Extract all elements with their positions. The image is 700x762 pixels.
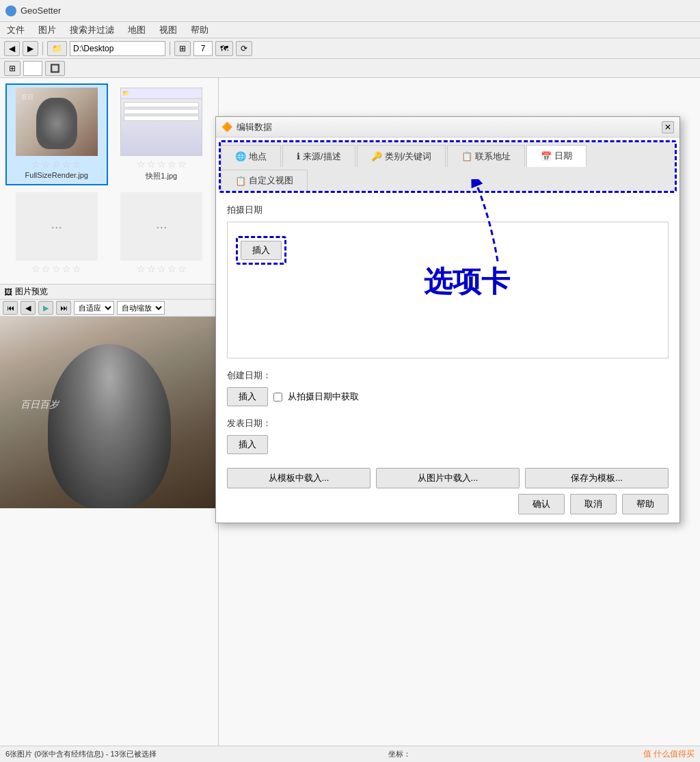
dialog-title-bar: 🔶 编辑数据 ✕ bbox=[216, 117, 679, 137]
tab-source-icon: ℹ bbox=[297, 151, 300, 161]
tab-category-icon: 🔑 bbox=[371, 151, 382, 161]
tab-location-label: 地点 bbox=[249, 150, 267, 163]
tab-location-icon: 🌐 bbox=[235, 151, 246, 161]
zoom-input[interactable] bbox=[193, 41, 213, 56]
status-info: 6张图片 (0张中含有经纬信息) - 13张已被选择 bbox=[5, 749, 157, 759]
dialog-content: 拍摄日期 插入 创建日期： 插入 从拍摄日期中获取 发表 bbox=[216, 193, 679, 465]
menu-map[interactable]: 地图 bbox=[124, 23, 150, 38]
preview-icon: 🖼 bbox=[4, 287, 12, 297]
load-template-button[interactable]: 从模板中载入... bbox=[227, 468, 371, 488]
tab-contact-label: 联系地址 bbox=[475, 150, 511, 163]
create-date-checkbox[interactable] bbox=[273, 393, 282, 402]
tab-source-label: 来源/描述 bbox=[303, 150, 341, 163]
refresh-button[interactable]: ⟳ bbox=[236, 41, 252, 56]
edit-data-dialog: 🔶 编辑数据 ✕ 🌐 地点 ℹ 来源/描述 🔑 bbox=[215, 116, 680, 523]
tab-category[interactable]: 🔑 类别/关键词 bbox=[357, 145, 446, 167]
toolbar2-input[interactable] bbox=[23, 61, 42, 76]
tab-date-icon: 📅 bbox=[541, 151, 552, 161]
file-thumb-1: 百日 bbox=[16, 88, 98, 156]
preview-section: 🖼 图片预览 ⏮ ◀ ▶ ⏭ 自适应 自动缩放 百日百岁 bbox=[0, 284, 218, 508]
file-grid: 百日 ☆☆☆☆☆ FullSizeRender.jpg 📁 bbox=[0, 78, 218, 284]
dialog-close-button[interactable]: ✕ bbox=[662, 121, 674, 133]
preview-controls: ⏮ ◀ ▶ ⏭ 自适应 自动缩放 bbox=[0, 300, 218, 317]
back-button[interactable]: ◀ bbox=[4, 41, 20, 56]
help-button[interactable]: 帮助 bbox=[622, 494, 669, 514]
watermark: 值 什么值得买 bbox=[643, 748, 695, 760]
publish-insert-button[interactable]: 插入 bbox=[227, 435, 268, 454]
tab-source[interactable]: ℹ 来源/描述 bbox=[282, 145, 355, 167]
create-insert-button[interactable]: 插入 bbox=[227, 387, 268, 406]
tab-contact-icon: 📋 bbox=[461, 151, 472, 161]
tab-custom[interactable]: 📋 自定义视图 bbox=[221, 170, 308, 191]
cancel-button[interactable]: 取消 bbox=[570, 494, 617, 514]
publish-date-section: 发表日期： 插入 bbox=[227, 417, 669, 454]
status-bar: 6张图片 (0张中含有经纬信息) - 13张已被选择 坐标： 值 什么值得买 bbox=[0, 746, 700, 762]
status-coordinates: 坐标： bbox=[388, 749, 411, 759]
file-item-1[interactable]: 百日 ☆☆☆☆☆ FullSizeRender.jpg bbox=[5, 83, 108, 185]
tabs-wrapper: 🌐 地点 ℹ 来源/描述 🔑 类别/关键词 📋 联系地址 bbox=[216, 137, 679, 193]
dialog-footer-row2: 确认 取消 帮助 bbox=[216, 494, 679, 523]
fit-select[interactable]: 自适应 bbox=[74, 301, 114, 315]
app-icon bbox=[5, 5, 16, 16]
file-thumb-2: 📁 bbox=[120, 88, 202, 156]
left-panel: 百日 ☆☆☆☆☆ FullSizeRender.jpg 📁 bbox=[0, 78, 219, 746]
toolbar-sep-2 bbox=[170, 42, 170, 55]
app-title: GeoSetter bbox=[21, 5, 61, 16]
shrink-select[interactable]: 自动缩放 bbox=[117, 301, 165, 315]
grid-view-button[interactable]: ⊞ bbox=[174, 41, 191, 56]
tab-category-label: 类别/关键词 bbox=[385, 150, 432, 163]
chinese-overlay: 百日百岁 bbox=[21, 399, 59, 411]
file-stars-2: ☆☆☆☆☆ bbox=[137, 159, 187, 170]
menu-view[interactable]: 视图 bbox=[155, 23, 181, 38]
toolbar2-btn1[interactable]: ⊞ bbox=[4, 61, 21, 76]
ok-button[interactable]: 确认 bbox=[518, 494, 565, 514]
tab-contact[interactable]: 📋 联系地址 bbox=[447, 145, 525, 167]
folder-button[interactable]: 📁 bbox=[47, 41, 67, 56]
file-stars-1: ☆☆☆☆☆ bbox=[31, 159, 81, 170]
coordinates-label: 坐标： bbox=[388, 750, 411, 758]
toolbar2-btn2[interactable]: 🔲 bbox=[45, 61, 65, 76]
tab-date-label: 日期 bbox=[554, 150, 572, 162]
file-thumb-3: ··· bbox=[16, 192, 98, 261]
main-layout: 百日 ☆☆☆☆☆ FullSizeRender.jpg 📁 bbox=[0, 78, 700, 746]
file-stars-3: ☆☆☆☆☆ bbox=[31, 263, 81, 274]
load-image-button[interactable]: 从图片中载入... bbox=[376, 468, 520, 488]
capture-insert-button[interactable]: 插入 bbox=[241, 241, 282, 260]
create-date-checkbox-label: 从拍摄日期中获取 bbox=[288, 391, 359, 403]
dialog-footer-row1: 从模板中载入... 从图片中载入... 保存为模板... bbox=[216, 465, 679, 494]
path-input[interactable] bbox=[70, 41, 165, 56]
prev-first-button[interactable]: ⏮ bbox=[3, 301, 18, 315]
annotation-text: 选项卡 bbox=[424, 263, 510, 301]
file-stars-4: ☆☆☆☆☆ bbox=[137, 263, 187, 274]
tabs-highlight-box: 🌐 地点 ℹ 来源/描述 🔑 类别/关键词 📋 联系地址 bbox=[219, 140, 677, 193]
create-date-controls: 插入 从拍摄日期中获取 bbox=[227, 387, 669, 406]
tab-date[interactable]: 📅 日期 bbox=[526, 145, 587, 167]
title-bar: GeoSetter bbox=[0, 0, 700, 22]
save-template-button[interactable]: 保存为模板... bbox=[525, 468, 669, 488]
toolbar-2: ⊞ 🔲 bbox=[0, 59, 700, 78]
menu-file[interactable]: 文件 bbox=[3, 23, 29, 38]
capture-insert-highlighted: 插入 bbox=[236, 236, 286, 265]
prev-button[interactable]: ◀ bbox=[21, 301, 36, 315]
preview-label: 图片预览 bbox=[15, 286, 48, 298]
create-date-section: 创建日期： 插入 从拍摄日期中获取 bbox=[227, 369, 669, 406]
menu-search[interactable]: 搜索并过滤 bbox=[66, 23, 118, 38]
toolbar-1: ◀ ▶ 📁 ⊞ 🗺 ⟳ bbox=[0, 38, 700, 59]
map-button[interactable]: 🗺 bbox=[215, 41, 233, 56]
file-item-2[interactable]: 📁 ☆☆☆☆☆ 快照1.jpg bbox=[111, 83, 213, 185]
file-item-3[interactable]: ··· ☆☆☆☆☆ bbox=[5, 188, 108, 278]
dialog-title: 🔶 编辑数据 bbox=[221, 121, 272, 133]
play-button[interactable]: ▶ bbox=[38, 301, 53, 315]
tab-custom-label: 自定义视图 bbox=[249, 174, 293, 187]
menu-help[interactable]: 帮助 bbox=[187, 23, 213, 38]
preview-image: 百日百岁 bbox=[0, 317, 219, 508]
dialog-title-text: 编辑数据 bbox=[237, 121, 272, 133]
next-last-button[interactable]: ⏭ bbox=[56, 301, 71, 315]
file-name-2: 快照1.jpg bbox=[146, 171, 177, 181]
tab-location[interactable]: 🌐 地点 bbox=[221, 145, 281, 167]
menu-image[interactable]: 图片 bbox=[34, 23, 60, 38]
toolbar-sep-1 bbox=[42, 42, 43, 55]
forward-button[interactable]: ▶ bbox=[23, 41, 38, 56]
file-item-4[interactable]: ··· ☆☆☆☆☆ bbox=[111, 188, 213, 278]
file-thumb-4: ··· bbox=[120, 192, 202, 261]
